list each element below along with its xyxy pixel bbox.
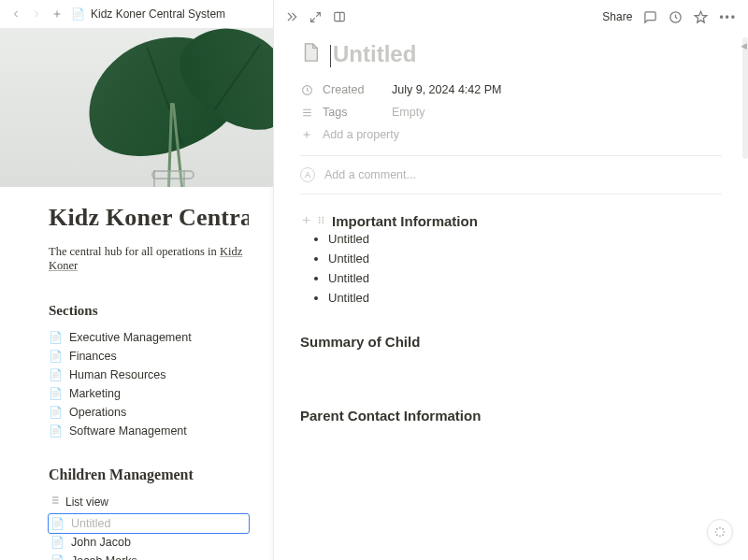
plus-icon[interactable] [300, 214, 312, 229]
detail-topbar: Share ••• [274, 0, 748, 34]
prop-created[interactable]: Created July 9, 2024 4:42 PM [300, 79, 722, 101]
svg-point-7 [322, 219, 324, 221]
comments-icon[interactable] [643, 10, 657, 24]
section-item[interactable]: 📄Marketing [49, 384, 249, 403]
page-icon: 📄 [50, 517, 64, 530]
page-icon: 📄 [49, 331, 62, 344]
heading-parent-contact-information[interactable]: Parent Contact Information [300, 408, 722, 424]
page-icon: 📄 [71, 7, 85, 21]
detail-pane: Share ••• Untitled [274, 0, 748, 560]
breadcrumb[interactable]: 📄 Kidz Koner Central System [71, 7, 225, 21]
heading-important-information[interactable]: Important Information [332, 213, 478, 229]
section-item[interactable]: 📄Operations [49, 403, 249, 422]
important-info-list: Untitled Untitled Untitled Untitled [300, 229, 722, 308]
back-icon[interactable] [9, 8, 22, 20]
list-item[interactable]: Untitled [328, 249, 722, 268]
section-item[interactable]: 📄Human Resources [49, 366, 249, 384]
clock-icon [300, 84, 313, 96]
list-item[interactable]: Untitled [328, 229, 722, 249]
page-properties: Created July 9, 2024 4:42 PM Tags Empty … [300, 79, 722, 146]
page-icon: 📄 [49, 368, 62, 381]
page-icon: 📄 [50, 554, 64, 560]
add-comment-input[interactable]: A Add a comment... [300, 156, 722, 194]
main-page-pane: 📄 Kidz Koner Central System Kidz Koner C… [0, 0, 274, 560]
list-item[interactable]: Untitled [328, 268, 722, 288]
user-avatar-icon: A [300, 167, 315, 182]
child-item-untitled[interactable]: 📄Untitled [49, 514, 249, 533]
svg-point-6 [322, 216, 324, 218]
heading-summary-of-child[interactable]: Summary of Child [300, 334, 722, 350]
updates-icon[interactable] [669, 10, 683, 24]
right-edge-scroll-hint [742, 37, 748, 159]
plus-icon [300, 129, 313, 140]
list-item[interactable]: Untitled [328, 288, 722, 308]
left-topbar: 📄 Kidz Koner Central System [0, 0, 273, 28]
section-item[interactable]: 📄Finances [49, 347, 249, 366]
page-icon: 📄 [49, 350, 62, 363]
svg-point-3 [319, 216, 321, 218]
close-panel-icon[interactable] [285, 10, 298, 23]
svg-point-8 [322, 222, 324, 223]
sections-heading: Sections [49, 303, 249, 319]
child-item[interactable]: 📄Jacob Marks [49, 552, 249, 560]
page-icon: 📄 [50, 536, 64, 549]
collapse-right-icon[interactable]: ◀ [739, 41, 748, 50]
breadcrumb-label: Kidz Koner Central System [91, 7, 225, 21]
page-icon: 📄 [49, 424, 62, 438]
cover-image [0, 28, 273, 187]
expand-icon[interactable] [309, 11, 322, 23]
forward-icon[interactable] [30, 8, 43, 20]
svg-point-4 [319, 219, 321, 221]
children-heading: Children Management [49, 467, 249, 483]
children-list: 📄Untitled 📄John Jacob 📄Jacob Marks 📄Ashl… [49, 514, 249, 560]
new-tab-icon[interactable] [50, 8, 64, 20]
list-view-tab[interactable]: List view [49, 493, 249, 514]
section-item[interactable]: 📄Software Management [49, 422, 249, 440]
tags-value: Empty [392, 106, 424, 119]
created-value: July 9, 2024 4:42 PM [392, 83, 501, 96]
drag-handle-icon[interactable] [316, 214, 326, 229]
page-icon: 📄 [49, 387, 62, 400]
section-item[interactable]: 📄Executive Management [49, 328, 249, 347]
share-button[interactable]: Share [602, 10, 632, 23]
child-item[interactable]: 📄John Jacob [49, 533, 249, 552]
list-icon [49, 495, 60, 509]
more-icon[interactable]: ••• [719, 10, 737, 23]
ai-assist-button[interactable] [707, 519, 733, 545]
svg-point-5 [319, 222, 321, 223]
page-icon[interactable] [300, 42, 321, 66]
page-title: Kidz Koner Central System [49, 204, 249, 232]
sections-list: 📄Executive Management 📄Finances 📄Human R… [49, 328, 249, 440]
page-title-input[interactable]: Untitled [330, 41, 416, 67]
favorite-icon[interactable] [694, 10, 708, 24]
tags-icon [300, 107, 313, 119]
page-icon: 📄 [49, 406, 62, 419]
prop-tags[interactable]: Tags Empty [300, 101, 722, 123]
peek-mode-icon[interactable] [333, 10, 346, 23]
pane-resize-handle[interactable] [267, 187, 273, 560]
page-subtitle: The central hub for all operations in Ki… [49, 245, 249, 273]
add-property-button[interactable]: Add a property [300, 123, 722, 146]
